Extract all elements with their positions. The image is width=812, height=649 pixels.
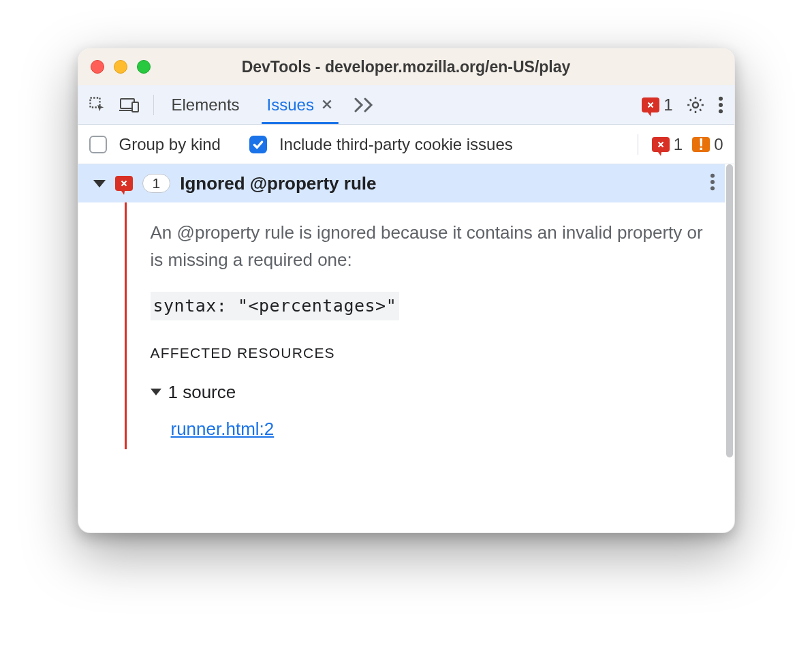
svg-point-11 <box>718 109 722 113</box>
tab-elements[interactable]: Elements <box>158 85 253 124</box>
toolbar-divider <box>153 95 154 115</box>
more-menu-kebab-icon[interactable] <box>718 95 723 115</box>
tab-label: Elements <box>172 95 240 115</box>
error-badge-icon <box>642 97 659 112</box>
error-count: 1 <box>663 95 672 115</box>
warning-count: 0 <box>714 135 723 154</box>
filter-divider <box>638 134 638 155</box>
svg-rect-3 <box>132 102 138 112</box>
third-party-label: Include third-party cookie issues <box>279 135 513 154</box>
tab-label: Issues <box>267 95 314 115</box>
toolbar-error-counter[interactable]: 1 <box>642 95 672 115</box>
more-tabs-icon[interactable] <box>347 85 384 124</box>
issue-title: Ignored @property rule <box>180 173 376 194</box>
source-summary: 1 source <box>168 378 236 406</box>
issues-filter-bar: Group by kind Include third-party cookie… <box>78 125 734 164</box>
filter-error-counter[interactable]: 1 <box>652 135 683 154</box>
window-controls <box>91 60 151 74</box>
close-window-button[interactable] <box>91 60 104 74</box>
svg-point-9 <box>718 96 722 100</box>
warning-badge-icon: ! <box>692 137 710 152</box>
error-badge-icon <box>652 137 670 152</box>
error-count: 1 <box>674 135 683 154</box>
close-tab-icon[interactable] <box>321 95 333 115</box>
svg-point-8 <box>693 102 698 108</box>
issue-header-row[interactable]: 1 Ignored @property rule <box>78 164 725 202</box>
devtools-window: DevTools - developer.mozilla.org/en-US/p… <box>78 48 735 533</box>
expand-toggle-icon[interactable] <box>93 180 106 187</box>
error-badge-icon <box>115 176 133 191</box>
zoom-window-button[interactable] <box>137 60 151 74</box>
expand-toggle-icon <box>151 389 161 395</box>
svg-point-18 <box>710 186 714 190</box>
svg-point-17 <box>710 180 714 184</box>
issue-menu-kebab-icon[interactable] <box>710 172 715 194</box>
scrollbar[interactable] <box>726 164 734 532</box>
window-title: DevTools - developer.mozilla.org/en-US/p… <box>78 58 734 76</box>
source-link[interactable]: runner.html:2 <box>171 415 275 442</box>
third-party-checkbox[interactable] <box>249 136 267 153</box>
svg-point-16 <box>710 174 714 178</box>
tab-issues[interactable]: Issues <box>253 85 347 124</box>
device-toolbar-icon[interactable] <box>119 96 140 114</box>
panel-tabs: Elements Issues <box>158 85 347 124</box>
devtools-toolbar: Elements Issues 1 <box>78 85 734 125</box>
svg-point-10 <box>718 102 722 106</box>
filter-warning-counter[interactable]: ! 0 <box>692 135 723 154</box>
inspect-element-icon[interactable] <box>88 95 107 115</box>
minimize-window-button[interactable] <box>114 60 127 74</box>
issue-code-snippet: syntax: "<percentages>" <box>151 292 400 321</box>
issue-description: An @property rule is ignored because it … <box>151 219 708 274</box>
group-by-kind-checkbox[interactable] <box>89 136 107 153</box>
issues-content: 1 Ignored @property rule An @property ru… <box>78 164 734 532</box>
group-by-kind-label: Group by kind <box>119 135 221 154</box>
issue-body: An @property rule is ignored because it … <box>78 202 725 449</box>
affected-resources-header: AFFECTED RESOURCES <box>151 342 708 365</box>
titlebar: DevTools - developer.mozilla.org/en-US/p… <box>78 48 734 85</box>
settings-gear-icon[interactable] <box>685 95 706 115</box>
sources-toggle[interactable]: 1 source <box>151 378 708 406</box>
scrollbar-thumb[interactable] <box>726 164 733 457</box>
issue-gutter <box>78 202 126 449</box>
issue-count-pill: 1 <box>142 174 171 193</box>
